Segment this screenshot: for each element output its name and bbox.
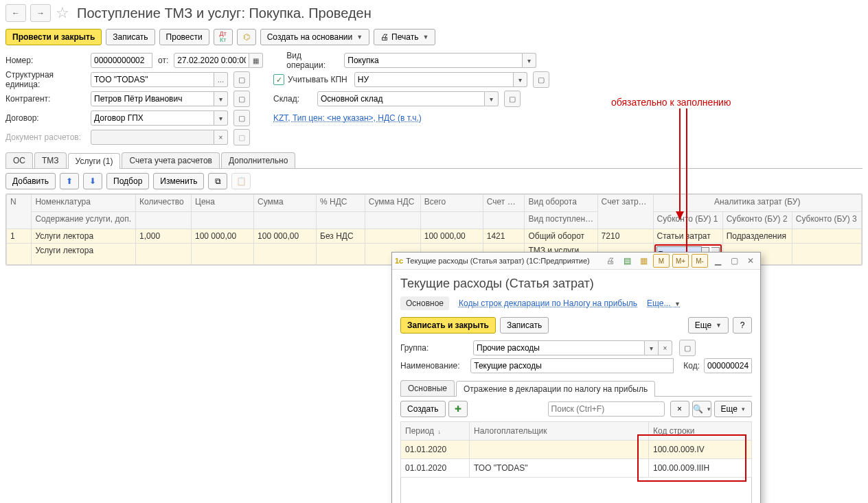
chevron-down-icon[interactable]: ▾: [514, 72, 527, 87]
consider-kpn-checkbox[interactable]: ✓: [273, 74, 284, 85]
hdr-analytics: Аналитика затрат (БУ): [653, 195, 861, 212]
ptab-declaration[interactable]: Отражение в декларации по налогу на приб…: [456, 381, 655, 397]
picker-button[interactable]: Подбор: [106, 173, 149, 189]
org-field[interactable]: [91, 72, 214, 87]
contract-field[interactable]: [91, 110, 214, 126]
nds-link[interactable]: НДС (в т.ч.): [378, 113, 422, 123]
close-icon[interactable]: ✕: [744, 255, 757, 267]
cell-desc[interactable]: Услуги лектора: [32, 244, 136, 265]
phdr-period[interactable]: Период ↓: [401, 422, 470, 441]
nav-back-button[interactable]: ←: [5, 4, 26, 22]
structure-button[interactable]: ⌬: [237, 29, 256, 45]
pgrid-search-input[interactable]: [548, 401, 665, 417]
pgrid-find-button[interactable]: 🔍 ▾: [692, 401, 711, 417]
phdr-code[interactable]: Код строки: [649, 422, 752, 441]
price-type-link[interactable]: KZT, Тип цен: <не указан>,: [273, 113, 378, 123]
open-sklad-button[interactable]: ▢: [504, 91, 521, 107]
pgrid-row[interactable]: 01.01.2020 ТОО "TODAS" 100.00.009.IIIH: [401, 459, 752, 478]
pgrid-create-button[interactable]: Создать: [400, 401, 446, 417]
popup-more-link[interactable]: Еще... ▼: [647, 299, 681, 308]
open-contragent-button[interactable]: ▢: [233, 91, 250, 107]
add-row-button[interactable]: Добавить: [5, 173, 56, 189]
group-field[interactable]: [473, 340, 645, 355]
chevron-down-icon[interactable]: ▾: [214, 110, 228, 126]
ellipsis-icon[interactable]: …: [214, 72, 228, 87]
move-up-button[interactable]: ⬆: [60, 173, 79, 189]
cell-qty[interactable]: 1,000: [136, 229, 192, 244]
tab-os[interactable]: ОС: [5, 152, 33, 168]
popup-help-button[interactable]: ?: [733, 317, 752, 334]
post-and-close-button[interactable]: Провести и закрыть: [5, 29, 102, 45]
favorite-star-icon[interactable]: ☆: [55, 5, 70, 21]
code-field[interactable]: [704, 358, 752, 373]
popup-save-close-button[interactable]: Записать и закрыть: [400, 317, 496, 334]
op-type-field[interactable]: [344, 53, 523, 68]
dt-kt-button[interactable]: ДтКт: [214, 29, 233, 45]
calendar-icon[interactable]: ▦: [637, 255, 650, 267]
move-down-button[interactable]: ⬇: [83, 173, 102, 189]
nav-forward-button[interactable]: →: [30, 4, 51, 22]
print-icon[interactable]: 🖨: [604, 255, 617, 267]
tab-services[interactable]: Услуги (1): [68, 153, 121, 169]
clear-icon[interactable]: ×: [659, 340, 672, 355]
tab-accounts[interactable]: Счета учета расчетов: [122, 152, 219, 168]
phdr-payer[interactable]: Налогоплательщик: [470, 422, 649, 441]
cell-sum-nds[interactable]: [365, 229, 420, 244]
cell-acct-nds[interactable]: 1421: [483, 229, 525, 244]
date-field[interactable]: [174, 53, 249, 68]
cell-sub2-top[interactable]: Подразделения: [722, 229, 792, 244]
popup-write-button[interactable]: Записать: [500, 317, 549, 334]
pgrid-row[interactable]: 01.01.2020 100.00.009.IV: [401, 441, 752, 459]
chevron-down-icon[interactable]: ▾: [523, 53, 536, 68]
calendar-icon[interactable]: ▦: [249, 53, 263, 68]
popup-more-button[interactable]: Еще ▼: [688, 317, 729, 334]
pcell-payer: ТОО "TODAS": [470, 459, 649, 478]
cell-price[interactable]: 100 000,00: [192, 229, 254, 244]
open-contract-button[interactable]: ▢: [233, 110, 250, 126]
pgrid-clear-search-button[interactable]: ×: [670, 401, 689, 417]
number-label: Номер:: [5, 56, 88, 65]
minimize-icon[interactable]: ▁: [711, 255, 724, 267]
tab-additional[interactable]: Дополнительно: [221, 152, 295, 168]
cell-oborot[interactable]: Общий оборот: [525, 229, 597, 244]
sklad-field[interactable]: [317, 91, 485, 106]
chevron-down-icon[interactable]: ▾: [485, 91, 499, 106]
chevron-down-icon[interactable]: ▾: [214, 91, 228, 106]
cell-nomenclature[interactable]: Услуги лектора: [32, 229, 136, 244]
number-field[interactable]: [91, 53, 152, 68]
grid-row-1-top[interactable]: 1 Услуги лектора 1,000 100 000,00 100 00…: [7, 229, 862, 244]
cell-total[interactable]: 100 000,00: [420, 229, 483, 244]
declaration-grid[interactable]: Период ↓ Налогоплательщик Код строки 01.…: [400, 421, 752, 478]
maximize-icon[interactable]: ▢: [727, 255, 741, 267]
calc-icon[interactable]: ▤: [620, 255, 634, 267]
org-label: Структурная единица:: [5, 70, 88, 89]
cell-pct-nds[interactable]: Без НДС: [317, 229, 365, 244]
ptab-main[interactable]: Основные: [400, 380, 455, 396]
popup-decl-link[interactable]: Коды строк декларации по Налогу на прибы…: [459, 299, 637, 308]
open-group-button[interactable]: ▢: [679, 340, 696, 356]
cell-sub3-top[interactable]: [792, 229, 861, 244]
popup-main-pill[interactable]: Основное: [400, 296, 449, 310]
write-button[interactable]: Записать: [106, 29, 155, 45]
mem-m-button[interactable]: M: [653, 254, 670, 268]
chevron-down-icon[interactable]: ▾: [645, 340, 659, 355]
open-org-button[interactable]: ▢: [233, 71, 250, 88]
create-based-on-button[interactable]: Создать на основании ▼: [260, 29, 369, 45]
hdr-sub2: Субконто (БУ) 2: [722, 212, 792, 229]
cell-sub1-top[interactable]: Статьи затрат: [653, 229, 722, 244]
kpn-field[interactable]: [354, 72, 514, 87]
name-field[interactable]: [470, 358, 674, 373]
cell-sum[interactable]: 100 000,00: [254, 229, 317, 244]
post-button[interactable]: Провести: [159, 29, 209, 45]
cell-acct-cost[interactable]: 7210: [597, 229, 653, 244]
pgrid-more-button[interactable]: Еще ▾: [714, 401, 752, 417]
tab-tmz[interactable]: ТМЗ: [34, 152, 67, 168]
copy-button[interactable]: ⧉: [208, 173, 227, 189]
print-button[interactable]: 🖨 Печать ▼: [374, 29, 435, 45]
edit-button[interactable]: Изменить: [153, 173, 204, 189]
mem-mplus-button[interactable]: M+: [672, 254, 689, 268]
mem-mminus-button[interactable]: M-: [692, 254, 708, 268]
contragent-field[interactable]: [91, 91, 214, 106]
pgrid-copy-button[interactable]: ✚: [448, 401, 468, 417]
open-kpn-button[interactable]: ▢: [533, 71, 549, 88]
